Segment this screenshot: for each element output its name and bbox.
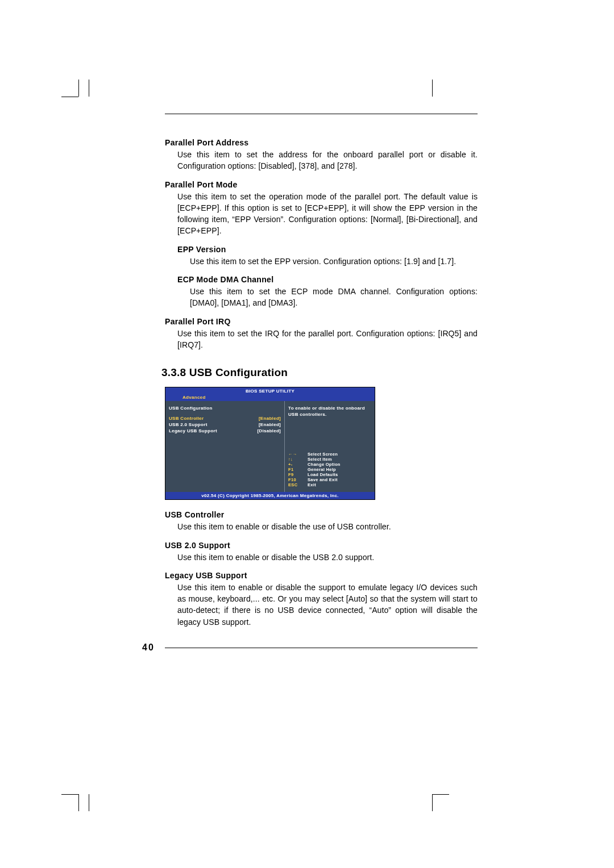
bios-right-panel: To enable or disable the onboard USB con…	[285, 401, 375, 492]
bios-title: BIOS SETUP UTILITY	[165, 387, 375, 395]
section-title: Parallel Port IRQ	[165, 317, 478, 326]
section-body: Use this item to enable or disable the s…	[177, 582, 478, 628]
crop-mark	[89, 783, 111, 806]
crop-mark	[432, 783, 455, 806]
section-parallel-port-irq: Parallel Port IRQ Use this item to set t…	[165, 317, 478, 351]
section-title: Parallel Port Mode	[165, 180, 478, 189]
section-title: USB Controller	[165, 510, 478, 519]
section-usb-20-support: USB 2.0 Support Use this item to enable …	[165, 541, 478, 563]
footer-rule	[165, 648, 478, 648]
bios-key-description: Exit	[308, 482, 316, 487]
bios-key-description: Select Item	[308, 457, 332, 462]
section-usb-controller: USB Controller Use this item to enable o…	[165, 510, 478, 532]
bios-key: ↑↓	[288, 457, 308, 462]
bios-left-panel: USB Configuration USB Controller[Enabled…	[165, 401, 285, 492]
bios-key: +-	[288, 462, 308, 467]
bios-key-row: F10Save and Exit	[288, 477, 371, 482]
crop-mark	[432, 85, 455, 108]
section-body: Use this item to set the ECP mode DMA ch…	[190, 286, 478, 309]
page-content: Parallel Port Address Use this item to s…	[142, 114, 478, 653]
bios-key: ESC	[288, 482, 308, 487]
crop-mark	[67, 85, 90, 108]
bios-tab-row: Advanced	[165, 395, 375, 401]
section-title: USB 2.0 Support	[165, 541, 478, 550]
bios-key-row: ←→Select Screen	[288, 452, 371, 457]
bios-help-text: To enable or disable the onboard USB con…	[288, 406, 371, 418]
bios-key-table: ←→Select Screen↑↓Select Item+-Change Opt…	[288, 452, 371, 487]
bios-setting-row: USB 2.0 Support[Enabled]	[169, 422, 281, 428]
bios-key-description: General Help	[308, 467, 336, 472]
bios-panel-heading: USB Configuration	[169, 406, 281, 411]
section-body: Use this item to set the IRQ for the par…	[177, 328, 478, 351]
bios-setting-row: USB Controller[Enabled]	[169, 415, 281, 422]
section-epp-version: EPP Version Use this item to set the EPP…	[165, 245, 478, 267]
section-ecp-mode-dma: ECP Mode DMA Channel Use this item to se…	[165, 275, 478, 309]
bios-key-row: ↑↓Select Item	[288, 457, 371, 462]
page-footer: 40	[142, 642, 478, 653]
bios-setting-label: USB 2.0 Support	[169, 422, 208, 427]
section-body: Use this item to enable or disable the u…	[177, 521, 478, 532]
bios-setting-row: Legacy USB Support[Disabled]	[169, 428, 281, 434]
section-title: Parallel Port Address	[165, 138, 478, 147]
section-parallel-port-mode: Parallel Port Mode Use this item to set …	[165, 180, 478, 237]
section-body: Use this item to enable or disable the U…	[177, 552, 478, 563]
bios-key-description: Load Defaults	[308, 472, 338, 477]
bios-setting-value: [Enabled]	[259, 416, 281, 421]
bios-setting-value: [Disabled]	[257, 428, 281, 433]
section-title: Legacy USB Support	[165, 571, 478, 580]
bios-key: F10	[288, 477, 308, 482]
bios-footer: v02.54 (C) Copyright 1985-2005, American…	[165, 492, 375, 499]
bios-setting-label: USB Controller	[169, 416, 204, 421]
bios-setting-label: Legacy USB Support	[169, 428, 217, 433]
bios-key-row: +-Change Option	[288, 462, 371, 467]
bios-key-description: Select Screen	[308, 452, 338, 457]
section-legacy-usb-support: Legacy USB Support Use this item to enab…	[165, 571, 478, 628]
bios-body: USB Configuration USB Controller[Enabled…	[165, 401, 375, 492]
section-body: Use this item to set the address for the…	[177, 149, 478, 172]
section-parallel-port-address: Parallel Port Address Use this item to s…	[165, 138, 478, 172]
bios-key: F1	[288, 467, 308, 472]
section-body: Use this item to set the EPP version. Co…	[190, 256, 478, 267]
bios-key-description: Change Option	[308, 462, 341, 467]
section-title: EPP Version	[177, 245, 478, 254]
bios-key: ←→	[288, 452, 308, 457]
crop-mark	[89, 85, 111, 108]
section-body: Use this item to set the operation mode …	[177, 191, 478, 237]
bios-key-row: F9Load Defaults	[288, 472, 371, 477]
bios-key: F9	[288, 472, 308, 477]
crop-mark	[67, 783, 90, 806]
bios-key-description: Save and Exit	[308, 477, 338, 482]
heading-usb-configuration: 3.3.8 USB Configuration	[161, 366, 478, 379]
top-rule	[165, 114, 478, 114]
page-number: 40	[142, 642, 165, 653]
bios-screenshot: BIOS SETUP UTILITY Advanced USB Configur…	[165, 387, 375, 500]
bios-key-row: F1General Help	[288, 467, 371, 472]
section-title: ECP Mode DMA Channel	[177, 275, 478, 284]
bios-key-row: ESCExit	[288, 482, 371, 487]
bios-setting-value: [Enabled]	[259, 422, 281, 427]
bios-tab-advanced: Advanced	[182, 395, 206, 400]
